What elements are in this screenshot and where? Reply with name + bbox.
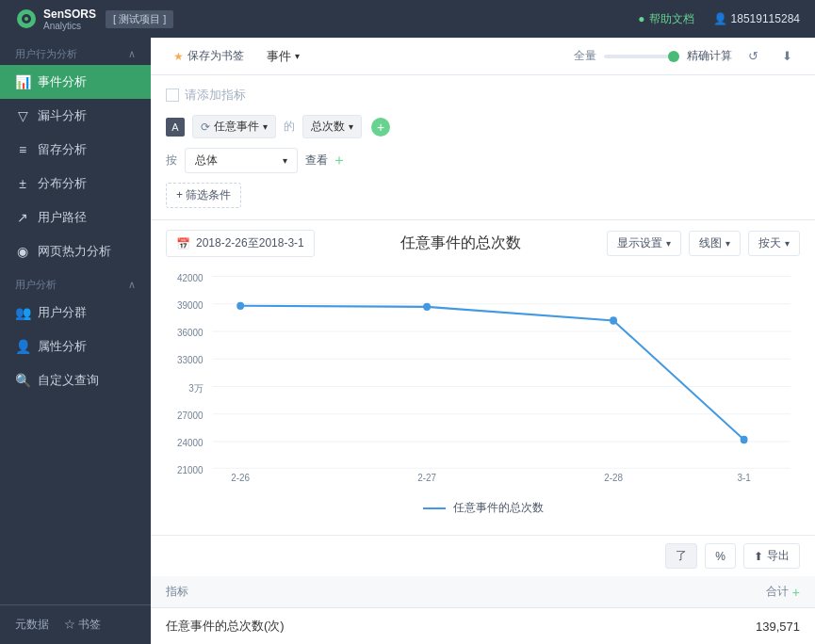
- caret-down-icon-display: ▾: [666, 238, 671, 249]
- svg-point-19: [236, 302, 244, 310]
- view-button[interactable]: 查看 ＋: [305, 151, 347, 170]
- chart-toolbar: 📅 2018-2-26至2018-3-1 任意事件的总次数 显示设置 ▾ 线图 …: [151, 220, 815, 266]
- sidebar-footer: 元数据 ☆ 书签: [0, 604, 151, 644]
- metric-checkbox[interactable]: [166, 89, 179, 102]
- granularity-button[interactable]: 按天 ▾: [748, 231, 800, 256]
- chart-section: 📅 2018-2-26至2018-3-1 任意事件的总次数 显示设置 ▾ 线图 …: [151, 220, 815, 644]
- col-header-total: 合计 +: [594, 576, 815, 608]
- caret-down-icon-gran: ▾: [785, 238, 790, 249]
- star-icon: ★: [173, 50, 184, 63]
- svg-point-21: [610, 316, 617, 324]
- svg-text:33000: 33000: [177, 355, 204, 365]
- content-area: ★ 保存为书签 事件 ▾ 全量 精确计算 ↺ ⬇: [151, 38, 815, 644]
- svg-text:2-26: 2-26: [231, 473, 250, 483]
- logo-icon: [15, 8, 38, 30]
- logo-area: SenSORS Analytics: [15, 8, 96, 31]
- sidebar-item-path[interactable]: ↗ 用户路径: [0, 201, 151, 234]
- svg-point-22: [741, 436, 748, 443]
- chevron-up-icon-2: ∧: [128, 279, 136, 291]
- svg-point-2: [24, 17, 28, 21]
- filter-button[interactable]: + 筛选条件: [166, 183, 241, 208]
- date-range-button[interactable]: 📅 2018-2-26至2018-3-1: [166, 230, 315, 257]
- precision-slider[interactable]: [604, 55, 679, 58]
- refresh-button[interactable]: ↺: [740, 43, 766, 70]
- sidebar-item-funnel[interactable]: ▽ 漏斗分析: [0, 99, 151, 133]
- user-icon: 👤: [713, 12, 727, 25]
- metadata-link[interactable]: 元数据: [15, 617, 49, 633]
- chevron-up-icon: ∧: [128, 48, 136, 60]
- sidebar-section-behavior: 用户行为分析 ∧: [0, 38, 151, 65]
- slider-label: 全量: [574, 48, 596, 64]
- sidebar-item-attribute[interactable]: 👤 属性分析: [0, 330, 151, 363]
- col-header-metric: 指标: [151, 576, 594, 608]
- svg-point-20: [423, 303, 431, 311]
- sidebar-item-event[interactable]: 📊 事件分析: [0, 65, 151, 99]
- svg-text:24000: 24000: [177, 438, 204, 448]
- header: SenSORS Analytics [ 测试项目 ] ● 帮助文档 👤 1851…: [0, 0, 815, 38]
- refresh-icon: ↺: [748, 49, 758, 63]
- group-row: 按 总体 ▾ 查看 ＋: [166, 148, 800, 173]
- caret-down-icon-group: ▾: [283, 155, 287, 166]
- caret-down-icon-event: ▾: [263, 121, 268, 132]
- table-row: 任意事件的总次数(次) 139,571: [151, 608, 815, 645]
- export-icon: ⬆: [754, 550, 763, 563]
- chart-title: 任意事件的总次数: [400, 233, 521, 253]
- caret-down-icon: ▾: [295, 51, 300, 61]
- sidebar-item-distribution[interactable]: ± 分布分析: [0, 167, 151, 201]
- chart-legend: 任意事件的总次数: [151, 492, 815, 527]
- help-button[interactable]: ● 帮助文档: [638, 11, 693, 27]
- sidebar-item-retention[interactable]: ≡ 留存分析: [0, 133, 151, 167]
- metric-cell: 任意事件的总次数(次): [151, 608, 594, 645]
- caret-down-icon-count: ▾: [349, 121, 353, 132]
- percentage-button[interactable]: %: [705, 543, 736, 569]
- toolbar-right: 全量 精确计算 ↺ ⬇: [574, 43, 800, 70]
- caret-down-icon-chart: ▾: [725, 238, 730, 249]
- metric-label-a: A: [166, 118, 185, 137]
- project-tag: [ 测试项目 ]: [106, 10, 173, 28]
- help-icon: ●: [638, 12, 644, 25]
- user-info[interactable]: 👤 18519115284: [713, 12, 800, 25]
- bookmark-link[interactable]: ☆ 书签: [64, 617, 101, 633]
- sidebar-section-users: 用户分析 ∧: [0, 268, 151, 296]
- main-toolbar: ★ 保存为书签 事件 ▾ 全量 精确计算 ↺ ⬇: [151, 38, 815, 75]
- filter-row: + 筛选条件: [166, 183, 800, 208]
- svg-text:36000: 36000: [177, 328, 204, 338]
- funnel-icon: ▽: [15, 108, 30, 123]
- total-count-dropdown[interactable]: 总次数 ▾: [302, 115, 362, 138]
- svg-text:21000: 21000: [177, 464, 204, 475]
- heatmap-icon: ◉: [15, 244, 30, 259]
- svg-text:2-28: 2-28: [604, 473, 623, 483]
- add-sub-metric-button[interactable]: +: [371, 118, 390, 137]
- table-section: 了 % ⬆ 导出 指标: [151, 535, 815, 644]
- add-column-button[interactable]: +: [792, 585, 800, 600]
- download-button[interactable]: ⬇: [774, 43, 800, 70]
- svg-text:39000: 39000: [177, 300, 204, 311]
- metric-row-a: A ⟳ 任意事件 ▾ 的 总次数 ▾ +: [166, 115, 800, 138]
- display-settings-button[interactable]: 显示设置 ▾: [607, 231, 681, 256]
- absolute-values-button[interactable]: 了: [665, 543, 697, 569]
- total-cell: 139,571: [594, 608, 815, 645]
- svg-text:42000: 42000: [177, 272, 204, 282]
- save-bookmark-button[interactable]: ★ 保存为书签: [166, 44, 252, 68]
- table-toolbar: 了 % ⬆ 导出: [151, 536, 815, 576]
- precision-label: 精确计算: [687, 48, 732, 64]
- svg-text:27000: 27000: [177, 411, 204, 421]
- chart-controls: 显示设置 ▾ 线图 ▾ 按天 ▾: [607, 231, 800, 256]
- data-table: 指标 合计 + 任意事件的总次数(次): [151, 576, 815, 644]
- sidebar-item-segment[interactable]: 👥 用户分群: [0, 296, 151, 330]
- analysis-panel: 请添加指标 A ⟳ 任意事件 ▾ 的 总次数 ▾ + 按 总体: [151, 75, 815, 220]
- main-layout: 用户行为分析 ∧ 📊 事件分析 ▽ 漏斗分析 ≡ 留存分析 ± 分布分析 ↗ 用…: [0, 38, 815, 644]
- sidebar-item-heatmap[interactable]: ◉ 网页热力分析: [0, 234, 151, 268]
- attribute-icon: 👤: [15, 339, 30, 354]
- any-event-dropdown[interactable]: ⟳ 任意事件 ▾: [192, 115, 276, 138]
- header-left: SenSORS Analytics [ 测试项目 ]: [15, 8, 173, 31]
- event-icon: 📊: [15, 74, 30, 89]
- add-metric-row[interactable]: 请添加指标: [166, 87, 800, 104]
- event-dropdown-button[interactable]: 事件 ▾: [267, 48, 300, 65]
- sidebar: 用户行为分析 ∧ 📊 事件分析 ▽ 漏斗分析 ≡ 留存分析 ± 分布分析 ↗ 用…: [0, 38, 151, 644]
- export-button[interactable]: ⬆ 导出: [743, 543, 800, 569]
- group-select-dropdown[interactable]: 总体 ▾: [185, 148, 298, 173]
- view-add-icon[interactable]: ＋: [332, 151, 347, 170]
- sidebar-item-custom-query[interactable]: 🔍 自定义查询: [0, 363, 151, 397]
- chart-type-button[interactable]: 线图 ▾: [689, 231, 741, 256]
